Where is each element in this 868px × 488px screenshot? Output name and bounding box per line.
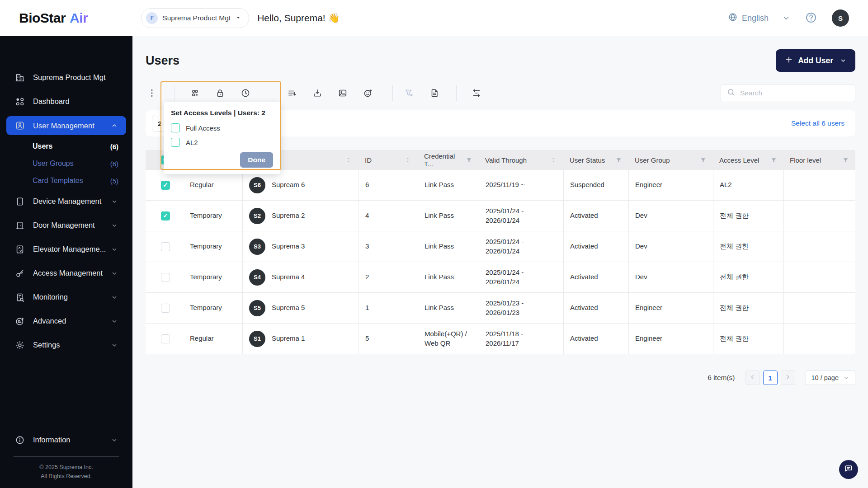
sort-icon[interactable] [345, 156, 352, 164]
cell-user-group: Engineer [628, 324, 713, 354]
sidebar-item-suprema-product-mgt[interactable]: Suprema Product Mgt [0, 66, 132, 89]
report-icon[interactable] [422, 82, 447, 104]
cell-access-level-value: 전체 권한 [720, 211, 749, 220]
cell-access-level: 전체 권한 [713, 201, 783, 231]
done-button[interactable]: Done [240, 152, 273, 168]
plus-icon [785, 56, 793, 66]
sidebar-item-user-groups[interactable]: User Groups(6) [0, 155, 132, 172]
sidebar-item-advanced[interactable]: Advanced [0, 309, 132, 333]
toolbar-divider [392, 85, 393, 101]
sidebar-item-monitoring[interactable]: Monitoring [0, 285, 132, 309]
greeting-text: Hello, Suprema! 👋 [257, 13, 340, 23]
sidebar-item-device-management[interactable]: Device Management [0, 189, 132, 213]
set-period-icon[interactable] [233, 82, 258, 104]
cell-user-group: Engineer [628, 170, 713, 200]
sidebar-item-user-management[interactable]: User Management [6, 116, 126, 135]
cell-floor-level [783, 293, 855, 323]
chat-button[interactable] [839, 460, 858, 479]
sidebar-sub-count: (5) [110, 177, 118, 185]
search-input[interactable] [740, 89, 849, 97]
add-user-button[interactable]: Add User [776, 49, 855, 72]
sort-icon[interactable] [404, 156, 411, 164]
table-row: TemporaryS4Suprema 42Link Pass2025/01/24… [146, 262, 855, 293]
set-access-level-icon[interactable] [208, 82, 233, 104]
cell-select-type: Temporary [146, 293, 242, 323]
chevron-down-icon [111, 198, 118, 205]
enroll-face-icon[interactable] [355, 82, 381, 104]
cell-user-group-value: Engineer [635, 334, 662, 343]
language-chevron-icon[interactable] [782, 14, 790, 22]
cell-access-level: 전체 권한 [713, 231, 783, 262]
cell-valid-through: 2025/01/23 - 2026/01/23 [479, 293, 563, 323]
export-users-icon[interactable] [305, 82, 330, 104]
sidebar-item-door-management[interactable]: Door Management [0, 213, 132, 237]
full-access-checkbox[interactable] [171, 123, 180, 132]
row-checkbox[interactable] [161, 211, 170, 221]
cell-id: 2 [359, 262, 418, 292]
sidebar-item-dashboard[interactable]: Dashboard [0, 89, 132, 113]
transfer-users-icon[interactable] [464, 82, 489, 104]
row-checkbox[interactable] [161, 334, 170, 343]
al2-checkbox[interactable] [171, 138, 180, 147]
clear-filter-icon[interactable] [396, 82, 422, 104]
row-checkbox[interactable] [161, 304, 170, 313]
assign-user-group-icon[interactable] [182, 82, 208, 104]
more-options-icon[interactable] [146, 82, 158, 104]
cell-name[interactable]: S3Suprema 3 [242, 231, 359, 262]
next-page-button[interactable] [781, 371, 795, 385]
cell-id-value: 3 [365, 242, 369, 251]
sidebar-item-users[interactable]: Users(6) [0, 138, 132, 155]
user-avatar[interactable]: S [832, 9, 849, 27]
sidebar-item-card-templates[interactable]: Card Templates(5) [0, 172, 132, 189]
select-all-link[interactable]: Select all 6 users [791, 119, 844, 127]
sidebar-item-label: Settings [33, 341, 60, 349]
cell-name[interactable]: S1Suprema 1 [242, 324, 359, 354]
filter-icon[interactable] [466, 157, 472, 164]
sort-icon[interactable] [550, 156, 557, 164]
cell-name[interactable]: S6Supream 6 [242, 170, 359, 200]
cell-name[interactable]: S4Suprema 4 [242, 262, 359, 292]
sidebar-item-information[interactable]: Information [0, 428, 132, 452]
set-access-levels-popup: Set Access Levels | Users: 2 Full Access… [164, 102, 280, 174]
toolbar-divider [175, 85, 175, 101]
user-type: Regular [190, 180, 214, 189]
table-row: RegularS6Supream 66Link Pass2025/11/19 ~… [146, 170, 855, 201]
full-access-option[interactable]: Full Access [171, 123, 273, 132]
row-checkbox[interactable] [161, 242, 170, 251]
cell-user-group: Dev [628, 231, 713, 262]
column-header-valid-through: Valid Through [479, 150, 563, 170]
sort-columns-icon[interactable] [279, 82, 305, 104]
cell-name[interactable]: S2Suprema 2 [242, 201, 359, 231]
cell-select-type: Regular [146, 170, 242, 200]
filter-icon[interactable] [615, 157, 622, 164]
al2-option[interactable]: AL2 [171, 138, 273, 147]
help-button[interactable] [805, 11, 817, 25]
filter-icon[interactable] [842, 157, 849, 164]
cell-id: 4 [359, 201, 418, 231]
cell-user-status-value: Activated [570, 211, 598, 220]
cell-floor-level [783, 201, 855, 231]
cell-valid-through: 2025/01/24 - 2026/01/24 [479, 231, 563, 262]
org-initial-badge: F [146, 12, 158, 24]
column-header-label: Access Level [719, 156, 759, 164]
app-root: BioStarAir F Suprema Product Mgt Hello, … [0, 0, 868, 488]
page-size-select[interactable]: 10 / page [806, 371, 855, 385]
language-selector[interactable]: English [728, 12, 769, 24]
org-selector[interactable]: F Suprema Product Mgt [141, 8, 249, 28]
chevron-up-icon [111, 122, 118, 129]
filter-icon[interactable] [700, 157, 707, 164]
user-avatar-badge: S5 [249, 300, 265, 316]
prev-page-button[interactable] [745, 371, 760, 385]
photo-icon[interactable] [330, 82, 355, 104]
sidebar-item-elevator-manageme[interactable]: Elevator Manageme... [0, 237, 132, 261]
row-checkbox[interactable] [161, 273, 170, 282]
filter-icon[interactable] [770, 157, 777, 164]
items-count: 6 item(s) [708, 374, 735, 382]
row-checkbox[interactable] [161, 181, 170, 190]
current-page-button[interactable]: 1 [763, 371, 778, 385]
user-type: Temporary [190, 272, 222, 282]
sidebar-item-settings[interactable]: Settings [0, 333, 132, 357]
sidebar-item-access-management[interactable]: Access Management [0, 261, 132, 285]
column-header-floor-level: Floor level [783, 150, 855, 170]
cell-name[interactable]: S5Suprema 5 [242, 293, 359, 323]
